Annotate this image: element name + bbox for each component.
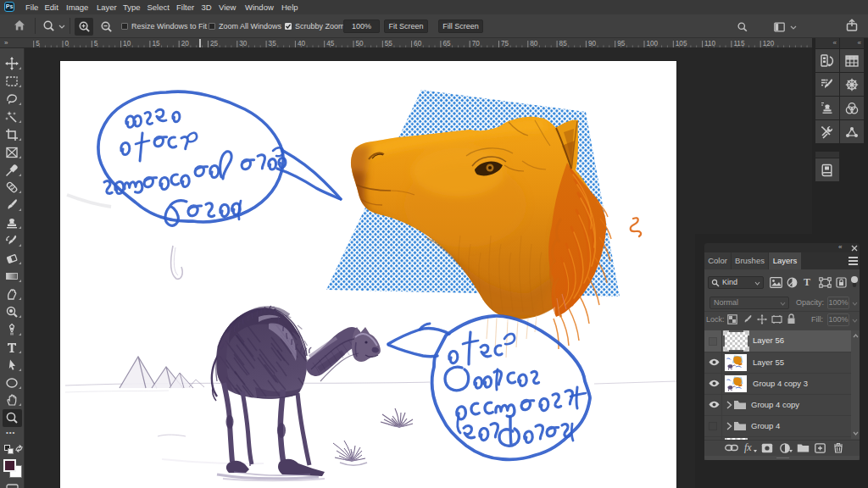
svg-text:120: 120 [763,40,775,47]
svg-text:105: 105 [676,40,687,47]
svg-text:100: 100 [647,40,659,47]
